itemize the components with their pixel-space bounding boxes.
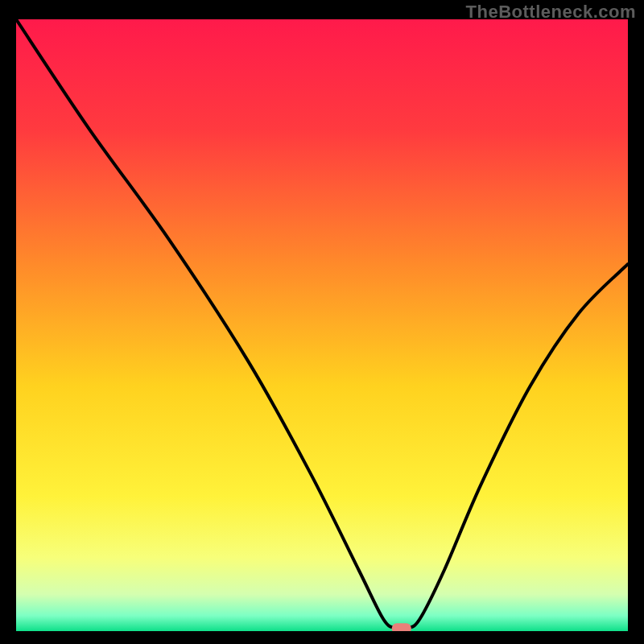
gradient-background — [16, 19, 628, 631]
bottleneck-chart — [16, 19, 628, 631]
plot-area — [16, 19, 628, 631]
watermark-text: TheBottleneck.com — [466, 2, 636, 23]
chart-frame: TheBottleneck.com — [0, 0, 644, 644]
optimum-marker — [392, 623, 411, 631]
